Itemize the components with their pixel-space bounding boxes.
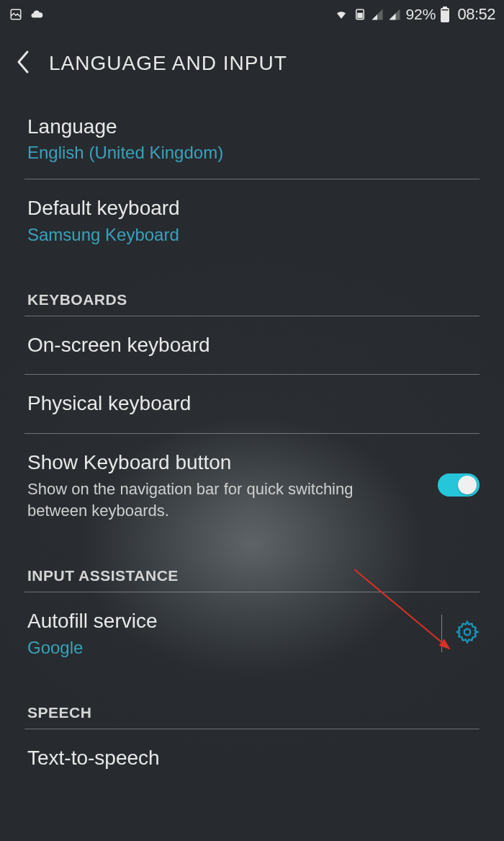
option-title: Default keyboard — [27, 195, 480, 221]
option-title: Show Keyboard button — [27, 450, 387, 476]
option-title: Text-to-speech — [27, 745, 480, 771]
gear-icon[interactable] — [455, 620, 480, 647]
option-title: Language — [27, 114, 480, 140]
signal-icon-1 — [371, 8, 384, 21]
option-onscreen-keyboard[interactable]: On-screen keyboard — [22, 316, 482, 374]
option-desc: Show on the navigation bar for quick swi… — [27, 479, 387, 521]
signal-icon-2 — [388, 8, 401, 21]
toggle-knob — [458, 476, 477, 494]
section-speech: SPEECH — [24, 674, 480, 729]
page-title: LANGUAGE AND INPUT — [49, 52, 287, 75]
image-icon — [9, 8, 23, 21]
option-value: Google — [27, 638, 436, 658]
cloud-icon — [29, 8, 45, 21]
sim-icon — [354, 8, 366, 21]
option-title: Autofill service — [27, 608, 436, 634]
section-input-assistance: INPUT ASSISTANCE — [24, 537, 480, 592]
svg-rect-5 — [442, 9, 449, 11]
option-physical-keyboard[interactable]: Physical keyboard — [22, 375, 482, 432]
option-autofill-service[interactable]: Autofill service Google — [22, 592, 482, 673]
toggle-show-keyboard[interactable] — [438, 473, 480, 497]
wifi-icon — [333, 8, 349, 21]
back-icon[interactable] — [16, 49, 32, 78]
status-time: 08:52 — [457, 5, 495, 24]
svg-rect-4 — [443, 6, 447, 9]
battery-icon — [440, 6, 450, 22]
option-language[interactable]: Language English (United Kingdom) — [22, 98, 482, 179]
separator — [441, 615, 442, 652]
option-value: Samsung Keyboard — [27, 225, 480, 245]
svg-point-6 — [464, 628, 471, 635]
battery-percent: 92% — [405, 6, 436, 23]
option-default-keyboard[interactable]: Default keyboard Samsung Keyboard — [22, 179, 482, 260]
header: LANGUAGE AND INPUT — [0, 29, 504, 98]
section-keyboards: KEYBOARDS — [24, 261, 480, 316]
option-show-keyboard-button[interactable]: Show Keyboard button Show on the navigat… — [22, 434, 482, 538]
option-text-to-speech[interactable]: Text-to-speech — [22, 729, 482, 787]
svg-rect-2 — [358, 14, 362, 18]
status-bar: 92% 08:52 — [0, 0, 504, 29]
option-value: English (United Kingdom) — [27, 143, 480, 163]
option-title: Physical keyboard — [27, 391, 480, 417]
option-title: On-screen keyboard — [27, 332, 480, 358]
